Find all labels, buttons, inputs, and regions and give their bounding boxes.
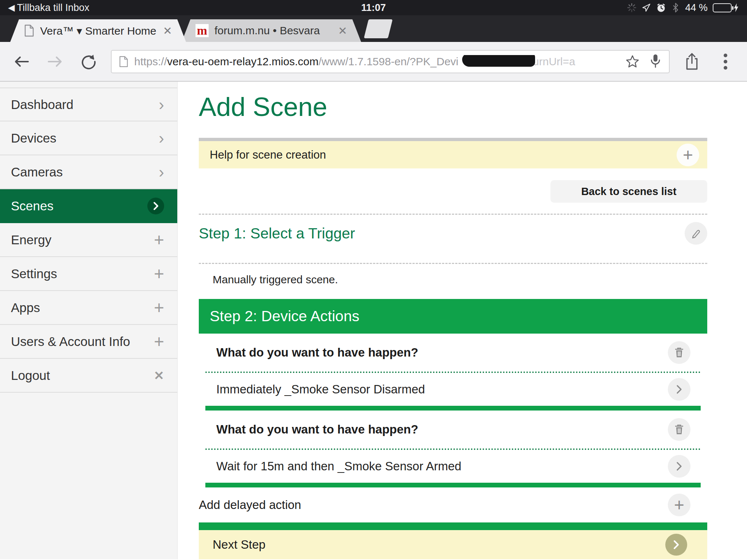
back-triangle-icon: ◀	[8, 3, 15, 12]
voice-search-mic-icon[interactable]	[649, 54, 662, 70]
page-icon	[24, 24, 34, 37]
device-action-group: What do you want to have happen?	[205, 411, 701, 487]
sidebar-item-dashboard[interactable]: Dashboard ›	[0, 88, 177, 121]
open-action-button[interactable]	[668, 455, 690, 478]
sidebar-item-settings[interactable]: Settings +	[0, 257, 177, 291]
tab-vera[interactable]: Vera™ ▾ Smarter Home Cont ✕	[10, 19, 186, 42]
overflow-menu-icon[interactable]	[714, 53, 737, 70]
close-icon: ✕	[154, 369, 165, 382]
page-title: Add Scene	[199, 90, 707, 123]
battery-icon	[713, 3, 732, 12]
group-separator-bar	[205, 406, 701, 411]
edit-trigger-button[interactable]	[685, 222, 707, 245]
sidebar-item-label: Dashboard	[11, 97, 73, 112]
bluetooth-icon	[671, 3, 680, 13]
url-redaction-scribble	[462, 55, 535, 67]
sidebar-item-label: Energy	[11, 233, 51, 247]
next-step-section: Next Step	[199, 522, 707, 559]
next-step-banner[interactable]: Next Step	[199, 530, 707, 559]
url-host: vera-eu-oem-relay12.mios.com	[167, 55, 318, 68]
screenshot-root: ◀ Tillbaka till Inbox 11:07	[0, 0, 747, 560]
sidebar-item-users-account-info[interactable]: Users & Account Info +	[0, 325, 177, 359]
delete-action-button[interactable]	[668, 418, 690, 441]
tab-forum[interactable]: m forum.m.nu • Besvara ✕	[182, 19, 361, 42]
sidebar-item-label: Cameras	[11, 165, 63, 179]
sidebar-item-logout[interactable]: Logout ✕	[0, 359, 177, 393]
add-delayed-action-row: Add delayed action +	[199, 487, 707, 522]
status-icons: 44 %	[627, 2, 739, 13]
plus-icon: +	[154, 299, 164, 316]
action-question-row: What do you want to have happen?	[205, 334, 701, 372]
step2-title: Step 2: Device Actions	[210, 308, 359, 325]
help-banner-label: Help for scene creation	[210, 148, 326, 162]
sidebar-item-energy[interactable]: Energy +	[0, 223, 177, 257]
chevron-right-icon	[672, 539, 680, 550]
url-path: /www/1.7.1598-en/?PK_Devi	[318, 55, 458, 68]
chevron-right-icon: ›	[159, 164, 164, 180]
plus-icon: +	[154, 231, 164, 249]
open-action-button[interactable]	[668, 378, 690, 401]
activity-spinner-icon	[627, 3, 636, 12]
expand-help-button[interactable]: +	[677, 144, 699, 166]
green-accent-bar	[199, 522, 707, 530]
location-arrow-icon	[642, 3, 651, 12]
action-row[interactable]: Wait for 15m and then _Smoke Sensor Arme…	[205, 450, 701, 483]
sidebar-item-label: Devices	[11, 131, 56, 145]
step1-title: Step 1: Select a Trigger	[199, 225, 355, 242]
ios-status-bar: ◀ Tillbaka till Inbox 11:07	[0, 0, 747, 15]
tab-close-icon[interactable]: ✕	[338, 24, 347, 37]
group-separator-bar	[205, 483, 701, 487]
sidebar-item-cameras[interactable]: Cameras ›	[0, 155, 177, 189]
step1-header: Step 1: Select a Trigger	[199, 215, 707, 252]
url-bar[interactable]: https://vera-eu-oem-relay12.mios.com/www…	[111, 50, 670, 73]
sidebar-nav: Dashboard › Devices › Cameras › Scenes	[0, 82, 178, 559]
url-scheme: https://	[134, 55, 167, 68]
trigger-description: Manually triggered scene.	[213, 273, 707, 286]
trash-icon	[674, 424, 684, 435]
sidebar-item-apps[interactable]: Apps +	[0, 291, 177, 325]
action-row[interactable]: Immediately _Smoke Sensor Disarmed	[205, 373, 701, 406]
back-to-scenes-button[interactable]: Back to scenes list	[550, 180, 707, 203]
chevron-right-icon: ›	[159, 130, 164, 146]
battery-percent-label: 44 %	[685, 2, 708, 13]
device-action-group: What do you want to have happen?	[205, 334, 701, 411]
plus-icon: +	[683, 146, 693, 164]
sidebar-item-label: Apps	[11, 300, 40, 315]
tab-title: Vera™ ▾ Smarter Home Cont	[40, 24, 157, 37]
chevron-right-icon: ›	[159, 97, 164, 113]
add-delayed-action-button[interactable]: +	[668, 494, 690, 516]
forward-button[interactable]	[44, 54, 66, 69]
divider	[199, 263, 707, 264]
chevron-right-icon	[675, 461, 683, 472]
back-button[interactable]	[10, 54, 33, 69]
browser-tab-bar: Vera™ ▾ Smarter Home Cont ✕ m forum.m.nu…	[0, 15, 747, 42]
bookmark-star-icon[interactable]	[625, 54, 640, 69]
action-label: Immediately _Smoke Sensor Disarmed	[216, 382, 425, 396]
sidebar-item-scenes[interactable]: Scenes	[0, 189, 177, 223]
help-banner: Help for scene creation +	[199, 138, 707, 168]
browser-toolbar: https://vera-eu-oem-relay12.mios.com/www…	[0, 42, 747, 82]
url-tail: turnUrl=a	[530, 55, 575, 68]
main-content: Add Scene Help for scene creation + Back…	[178, 82, 747, 559]
tab-close-icon[interactable]: ✕	[163, 24, 172, 37]
reload-button[interactable]	[77, 53, 100, 70]
sidebar-item-label: Scenes	[11, 199, 54, 213]
sidebar-item-devices[interactable]: Devices ›	[0, 121, 177, 155]
add-delayed-action-label: Add delayed action	[199, 498, 301, 512]
share-icon[interactable]	[681, 52, 703, 71]
trash-icon	[674, 347, 684, 358]
plus-icon: +	[154, 333, 164, 350]
back-to-app-link[interactable]: ◀ Tillbaka till Inbox	[8, 2, 89, 13]
sidebar-item-label: Users & Account Info	[11, 334, 130, 349]
alarm-clock-icon	[656, 3, 666, 13]
plus-icon: +	[154, 265, 164, 283]
chevron-right-circle-icon	[147, 198, 164, 214]
forum-favicon: m	[196, 24, 209, 37]
next-step-button[interactable]	[665, 534, 687, 556]
action-question: What do you want to have happen?	[216, 346, 418, 359]
next-step-label: Next Step	[213, 538, 266, 552]
new-tab-button[interactable]	[364, 19, 393, 38]
delete-action-button[interactable]	[668, 341, 690, 364]
action-question-row: What do you want to have happen?	[205, 411, 701, 448]
action-question: What do you want to have happen?	[216, 423, 418, 436]
